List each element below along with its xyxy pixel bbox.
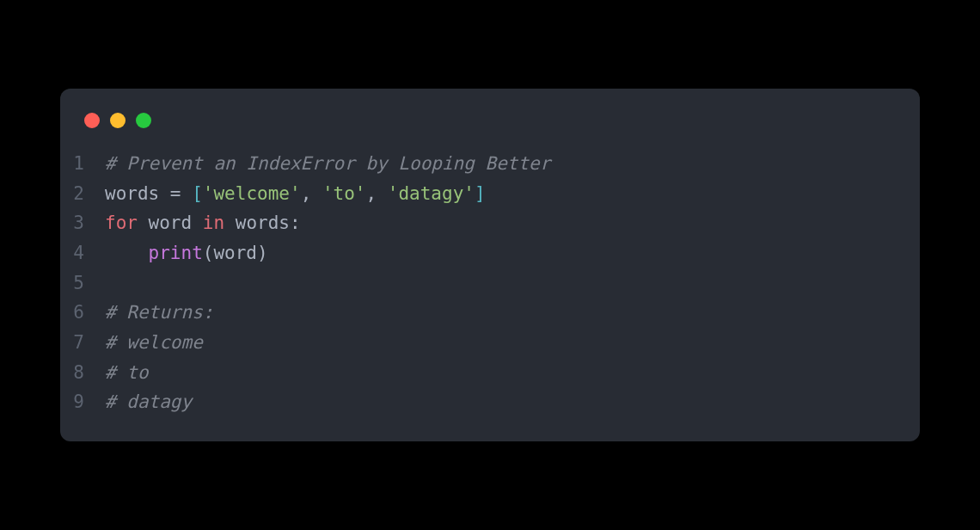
code-line: 7# welcome — [60, 328, 920, 358]
close-icon[interactable] — [84, 113, 100, 128]
code-token — [181, 183, 193, 204]
line-number: 8 — [60, 358, 105, 388]
code-line: 4 print(word) — [60, 238, 920, 268]
code-token — [105, 243, 149, 263]
code-line: 3for word in words: — [60, 208, 920, 238]
line-content: words = ['welcome', 'to', 'datagy'] — [105, 179, 486, 209]
code-line: 5 — [60, 268, 920, 299]
line-content: print(word) — [105, 238, 268, 268]
line-content: # Returns: — [105, 298, 213, 328]
line-number: 3 — [60, 208, 105, 238]
code-line: 1# Prevent an IndexError by Looping Bett… — [60, 149, 920, 179]
line-number: 7 — [60, 328, 105, 358]
code-token: words — [105, 183, 170, 204]
line-number: 2 — [60, 179, 105, 209]
code-token: words: — [224, 213, 301, 233]
code-token: # to — [105, 362, 149, 383]
code-token: print — [149, 243, 203, 263]
code-token: (word) — [203, 243, 268, 263]
line-content — [105, 268, 116, 299]
code-line: 2words = ['welcome', 'to', 'datagy'] — [60, 179, 920, 209]
code-line: 9# datagy — [60, 387, 920, 417]
code-line: 6# Returns: — [60, 298, 920, 328]
code-line: 8# to — [60, 358, 920, 388]
maximize-icon[interactable] — [136, 113, 151, 128]
line-number: 9 — [60, 387, 105, 417]
code-token: # welcome — [105, 332, 203, 353]
code-token: for — [105, 213, 138, 233]
window-controls — [60, 113, 920, 149]
line-number: 6 — [60, 298, 105, 328]
minimize-icon[interactable] — [110, 113, 126, 128]
line-content: for word in words: — [105, 208, 301, 238]
code-token: = — [170, 183, 181, 204]
line-number: 1 — [60, 149, 105, 179]
code-token: ] — [475, 183, 486, 204]
code-token: , — [301, 183, 322, 204]
line-content: # welcome — [105, 328, 203, 358]
line-content: # Prevent an IndexError by Looping Bette… — [105, 149, 550, 179]
code-token: # datagy — [105, 391, 192, 412]
line-number: 5 — [60, 268, 105, 299]
code-token: in — [203, 213, 224, 233]
code-token: # Prevent an IndexError by Looping Bette… — [105, 153, 550, 174]
code-token: 'to' — [322, 183, 366, 204]
code-token: , — [366, 183, 388, 204]
code-editor-window: 1# Prevent an IndexError by Looping Bett… — [60, 89, 920, 441]
line-number: 4 — [60, 238, 105, 268]
code-area[interactable]: 1# Prevent an IndexError by Looping Bett… — [60, 149, 920, 417]
code-token: [ — [192, 183, 203, 204]
code-token: # Returns: — [105, 302, 213, 323]
code-token: 'welcome' — [203, 183, 301, 204]
line-content: # datagy — [105, 387, 192, 417]
line-content: # to — [105, 358, 149, 388]
code-token: 'datagy' — [388, 183, 475, 204]
code-token: word — [138, 213, 203, 233]
